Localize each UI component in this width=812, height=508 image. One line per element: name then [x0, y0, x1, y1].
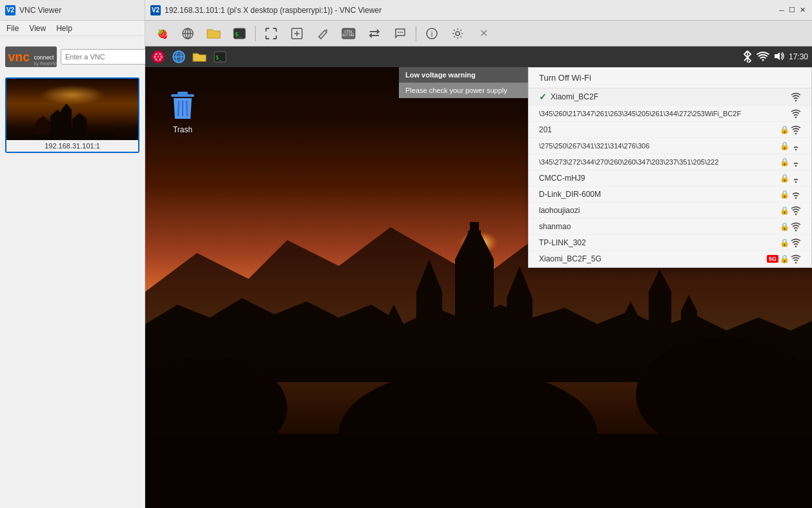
chat-btn[interactable]: [389, 23, 412, 44]
rpi-taskbar: $_ 17:30: [145, 46, 812, 67]
vnc-sidebar-content: vnc connect by RealVNC 192.: [0, 36, 145, 158]
svg-point-83: [795, 165, 797, 167]
svg-text:vnc: vnc: [8, 50, 30, 64]
wifi-name-shanmao: shanmao: [539, 222, 776, 231]
wifi-name-cn1: \345\260\217\347\261\263\345\205\261\344…: [539, 110, 787, 117]
vnc-thumbnail[interactable]: 192.168.31.101:1: [5, 77, 139, 153]
trash-desktop-icon[interactable]: Trash: [165, 86, 201, 137]
settings-btn[interactable]: [446, 23, 469, 44]
wifi-item-dlink[interactable]: D-Link_DIR-600M 🔒: [529, 187, 811, 203]
wifi-icons-cn1: [791, 109, 801, 118]
transfer-btn[interactable]: [363, 23, 386, 44]
rpi-menu-btn[interactable]: [149, 49, 167, 65]
wifi-item-shanmao[interactable]: shanmao 🔒: [529, 219, 811, 235]
badge-5g: 5G: [767, 255, 778, 263]
wifi-icons-laohou: 🔒: [780, 206, 801, 215]
lock-icon-shanmao: 🔒: [780, 222, 789, 231]
bluetooth-icon[interactable]: [742, 50, 753, 65]
speaker-icon[interactable]: [773, 51, 785, 63]
svg-rect-48: [623, 318, 639, 369]
wifi-name-201: 201: [539, 125, 776, 134]
svg-text:by RealVNC: by RealVNC: [34, 61, 57, 66]
toolbar-sep-1: [255, 26, 256, 41]
vnc-main-window: V2 192.168.31.101:1 (pi's X desktop (ras…: [145, 0, 812, 508]
wifi-item-connected[interactable]: ✓ Xiaomi_BC2F: [529, 88, 811, 106]
menu-view[interactable]: View: [25, 23, 50, 34]
svg-text:ALT DEL: ALT DEL: [342, 33, 355, 37]
svg-point-65: [157, 56, 159, 58]
wifi-item-201[interactable]: 201 🔒: [529, 122, 811, 138]
svg-point-21: [401, 32, 403, 33]
svg-point-82: [795, 149, 797, 150]
svg-rect-32: [465, 240, 484, 259]
svg-rect-33: [468, 230, 481, 240]
svg-point-88: [795, 246, 797, 247]
vnc-main-title: 192.168.31.101:1 (pi's X desktop (raspbe…: [165, 6, 773, 15]
wifi-item-cn3[interactable]: \345\273\272\344\270\260\260\347\203\237…: [529, 154, 811, 170]
wifi-name-tplink: TP-LINK_302: [539, 238, 776, 247]
wifi-item-xiaomi5g[interactable]: Xiaomi_BC2F_5G 5G 🔒: [529, 251, 811, 267]
menu-help[interactable]: Help: [52, 23, 76, 34]
lock-icon-cmcc: 🔒: [780, 174, 789, 183]
lock-icon-cn2: 🔒: [780, 141, 789, 150]
svg-point-59: [156, 54, 157, 56]
wifi-item-cmcc[interactable]: CMCC-mHJ9 🔒: [529, 170, 811, 187]
svg-point-89: [795, 262, 797, 263]
wifi-icons-xiaomi5g: 5G 🔒: [767, 254, 801, 263]
svg-point-60: [159, 54, 161, 56]
resize-btn[interactable]: [285, 23, 309, 44]
svg-marker-73: [775, 52, 780, 60]
vnc-logo: vnc connect by RealVNC: [5, 44, 57, 70]
wifi-item-cn1[interactable]: \345\260\217\347\261\263\345\205\261\344…: [529, 106, 811, 122]
svg-rect-34: [470, 222, 479, 230]
rpi-folder-btn[interactable]: [190, 49, 208, 65]
rpi-globe-btn[interactable]: [170, 49, 188, 65]
menu-file[interactable]: File: [3, 23, 23, 34]
wifi-icons-cn2: 🔒: [780, 141, 801, 150]
info-btn[interactable]: i: [420, 23, 443, 44]
svg-rect-37: [507, 298, 533, 376]
vnc-app-icon: V2: [5, 5, 15, 15]
terminal-btn[interactable]: $_: [228, 23, 251, 44]
window-close-button[interactable]: ✕: [798, 6, 807, 15]
minimize-button[interactable]: ─: [777, 6, 786, 15]
fullscreen-btn[interactable]: [259, 23, 283, 44]
svg-point-72: [762, 59, 764, 61]
svg-rect-8: [28, 134, 116, 141]
lock-icon-tplink: 🔒: [780, 238, 789, 247]
folder-btn[interactable]: [202, 23, 225, 44]
wifi-name-cmcc: CMCC-mHJ9: [539, 174, 776, 183]
svg-text:i: i: [431, 30, 433, 39]
wifi-name-dlink: D-Link_DIR-600M: [539, 190, 776, 199]
vnc-outer-title: VNC Viewer: [19, 6, 61, 15]
svg-point-80: [795, 117, 797, 118]
globe-btn[interactable]: [176, 23, 199, 44]
wifi-connected-check: ✓: [539, 92, 547, 102]
wifi-icon[interactable]: [756, 51, 769, 63]
rpi-clock: 17:30: [789, 52, 808, 61]
wifi-item-cn2[interactable]: \275\250\267\341\321\314\276\306 🔒: [529, 138, 811, 154]
trash-label: Trash: [173, 125, 192, 134]
raspberry-btn[interactable]: 🍓: [150, 23, 174, 44]
vnc-main-icon: V2: [150, 5, 161, 15]
svg-text:connect: connect: [34, 54, 54, 61]
wifi-item-tplink[interactable]: TP-LINK_302 🔒: [529, 235, 811, 251]
rpi-terminal-btn[interactable]: $_: [211, 49, 229, 65]
svg-point-64: [159, 59, 161, 61]
wifi-item-laohou[interactable]: laohoujiaozi 🔒: [529, 203, 811, 219]
wifi-icons-dlink: 🔒: [780, 190, 801, 199]
wifi-icons-cn3: 🔒: [780, 157, 801, 167]
vnc-search-input[interactable]: [61, 49, 159, 65]
pencil-btn[interactable]: [311, 23, 334, 44]
svg-line-78: [187, 101, 187, 116]
trash-icon-svg: [167, 89, 198, 123]
svg-point-87: [795, 230, 797, 231]
toolbar-sep-2: [416, 26, 416, 41]
ctrl-alt-del-btn[interactable]: CTRLALT DEL: [337, 23, 360, 44]
svg-rect-39: [384, 324, 403, 376]
wifi-name-cn2: \275\250\267\341\321\314\276\306: [539, 142, 776, 150]
wifi-icons-cmcc: 🔒: [780, 174, 801, 183]
maximize-button[interactable]: ☐: [787, 6, 797, 15]
toolbar-close-btn[interactable]: ✕: [472, 23, 495, 44]
turn-off-wifi-item[interactable]: Turn Off Wi-Fi: [529, 68, 811, 88]
